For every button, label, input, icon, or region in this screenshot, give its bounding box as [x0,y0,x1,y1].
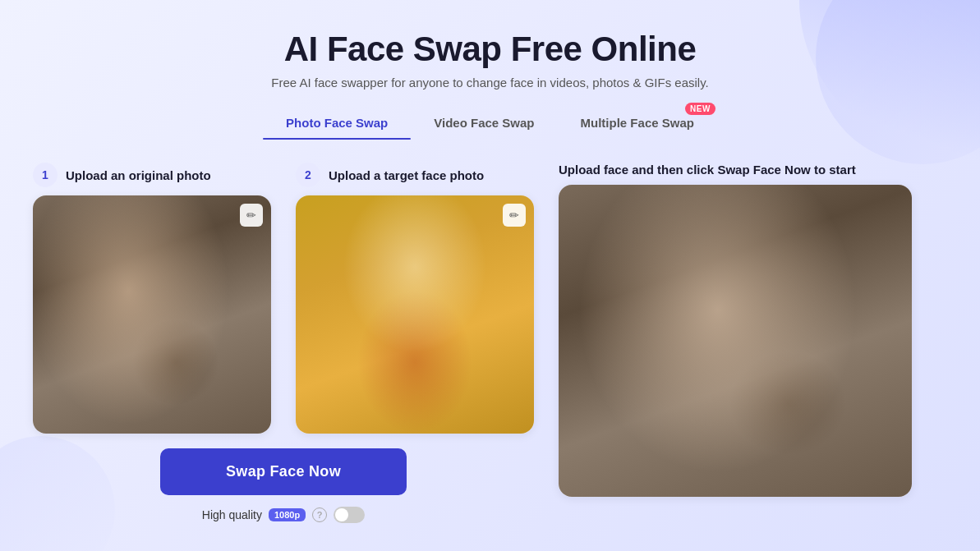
right-section: Upload face and then click Swap Face Now… [559,163,947,497]
main-content: 1 Upload an original photo ✏ 2 Upload a [33,163,947,523]
quality-label: High quality [202,508,262,521]
tab-photo[interactable]: Photo Face Swap [263,109,411,140]
target-photo [296,195,534,434]
edit-icon-2[interactable]: ✏ [503,204,526,227]
upload-box-2: 2 Upload a target face photo ✏ [296,163,534,434]
step-number-2: 2 [296,163,320,187]
header: AI Face Swap Free Online Free AI face sw… [33,30,947,90]
quality-badge: 1080p [269,508,306,521]
left-section: 1 Upload an original photo ✏ 2 Upload a [33,163,534,523]
new-badge: NEW [685,103,715,115]
upload-box-1: 1 Upload an original photo ✏ [33,163,271,434]
step-number-1: 1 [33,163,58,187]
step-label-2: Upload a target face photo [329,168,484,182]
upload-label-2: 2 Upload a target face photo [296,163,484,187]
main-container: AI Face Swap Free Online Free AI face sw… [0,0,980,540]
result-label: Upload face and then click Swap Face Now… [559,163,856,177]
quality-toggle[interactable] [334,507,365,523]
tab-multiple-label: Multiple Face Swap [581,116,694,130]
result-area [559,185,912,497]
result-photo [559,185,912,497]
upload-area-1[interactable]: ✏ [33,195,271,434]
tab-bar: Photo Face Swap Video Face Swap Multiple… [33,109,947,140]
swap-face-button[interactable]: Swap Face Now [160,448,407,495]
quality-row: High quality 1080p ? [202,507,365,523]
upload-area-2[interactable]: ✏ [296,195,534,434]
tab-video[interactable]: Video Face Swap [411,109,557,140]
edit-icon-1[interactable]: ✏ [240,204,263,227]
help-icon[interactable]: ? [312,507,327,522]
upload-row: 1 Upload an original photo ✏ 2 Upload a [33,163,534,434]
page-subtitle: Free AI face swapper for anyone to chang… [33,76,947,90]
page-title: AI Face Swap Free Online [33,30,947,69]
upload-label-1: 1 Upload an original photo [33,163,211,187]
tab-multiple[interactable]: Multiple Face Swap NEW [558,109,717,140]
original-photo [33,195,271,434]
step-label-1: Upload an original photo [66,168,211,182]
